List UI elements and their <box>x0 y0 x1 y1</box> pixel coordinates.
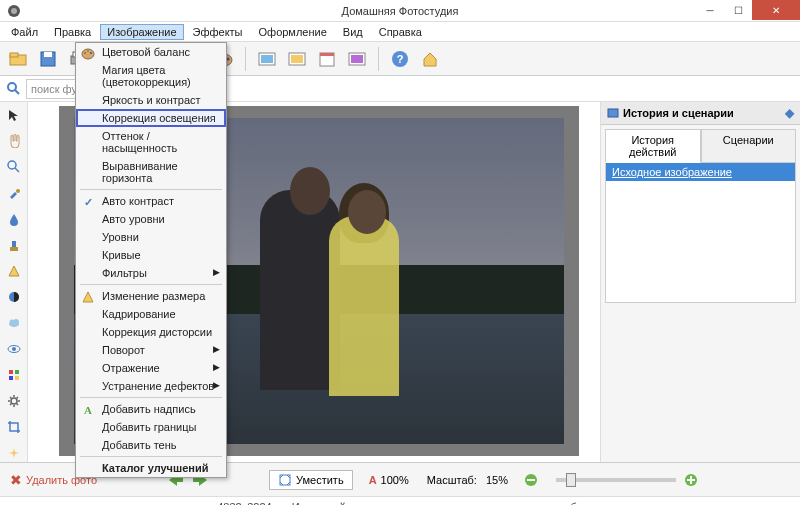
check-icon: ✓ <box>80 194 96 210</box>
zoom-icon[interactable] <box>5 158 23 176</box>
fit-button[interactable]: Уместить <box>269 470 353 490</box>
zoom-slider[interactable] <box>556 478 676 482</box>
menu-file[interactable]: Файл <box>4 24 45 40</box>
menu-help[interactable]: Справка <box>372 24 429 40</box>
svg-point-26 <box>16 189 20 193</box>
hand-icon[interactable] <box>5 132 23 150</box>
menu-item[interactable]: Уровни <box>76 228 226 246</box>
contrast-icon[interactable] <box>5 288 23 306</box>
menu-item[interactable]: Отражение▶ <box>76 359 226 377</box>
submenu-arrow-icon: ▶ <box>213 362 220 372</box>
svg-rect-13 <box>261 55 273 63</box>
side-panel-tabs: История действий Сценарии <box>605 129 796 163</box>
side-panel-title: История и сценарии <box>623 107 734 119</box>
menu-item[interactable]: Авто уровни <box>76 210 226 228</box>
history-list: Исходное изображение <box>605 163 796 303</box>
menu-item[interactable]: AДобавить надпись <box>76 400 226 418</box>
menu-item[interactable]: Каталог улучшений <box>76 459 226 477</box>
calendar-icon[interactable] <box>315 47 339 71</box>
menu-edit[interactable]: Правка <box>47 24 98 40</box>
photo2-icon[interactable] <box>285 47 309 71</box>
drop-icon[interactable] <box>5 210 23 228</box>
sparkle-icon[interactable] <box>5 444 23 462</box>
menu-item[interactable]: ✓Авто контраст <box>76 192 226 210</box>
submenu-arrow-icon: ▶ <box>213 344 220 354</box>
menubar: Файл Правка Изображение Эффекты Оформлен… <box>0 22 800 42</box>
svg-text:?: ? <box>397 53 404 65</box>
svg-rect-3 <box>10 53 18 57</box>
svg-rect-15 <box>291 55 303 63</box>
svg-point-22 <box>8 83 16 91</box>
collapse-icon[interactable]: ◆ <box>785 106 794 120</box>
maximize-button[interactable]: ☐ <box>724 0 752 20</box>
cloud-icon[interactable] <box>5 314 23 332</box>
svg-rect-27 <box>10 247 18 251</box>
menu-item[interactable]: Добавить границы <box>76 418 226 436</box>
menu-item[interactable]: Цветовой баланс <box>76 43 226 61</box>
menu-separator <box>80 284 222 285</box>
menu-design[interactable]: Оформление <box>252 24 334 40</box>
menu-item[interactable]: Поворот▶ <box>76 341 226 359</box>
menu-item[interactable]: Устранение дефектов▶ <box>76 377 226 395</box>
submenu-arrow-icon: ▶ <box>213 380 220 390</box>
photo1-icon[interactable] <box>255 47 279 71</box>
side-panel: История и сценарии ◆ История действий Сц… <box>600 102 800 462</box>
text-a-icon: A <box>80 402 96 418</box>
photo3-icon[interactable] <box>345 47 369 71</box>
svg-point-34 <box>12 347 16 351</box>
tab-scenarios[interactable]: Сценарии <box>701 129 797 163</box>
svg-rect-28 <box>12 241 16 247</box>
pointer-icon[interactable] <box>5 106 23 124</box>
menu-item[interactable]: Изменение размера <box>76 287 226 305</box>
menu-item[interactable]: Фильтры▶ <box>76 264 226 282</box>
svg-point-32 <box>13 319 19 325</box>
zoom-in-icon[interactable] <box>684 473 698 487</box>
zoom-out-icon[interactable] <box>524 473 538 487</box>
svg-rect-40 <box>608 109 618 117</box>
svg-point-42 <box>84 52 86 54</box>
svg-point-39 <box>11 398 17 404</box>
save-icon[interactable] <box>36 47 60 71</box>
palette-icon <box>80 45 96 61</box>
svg-point-43 <box>87 50 89 52</box>
menu-item[interactable]: Магия цвета (цветокоррекция) <box>76 61 226 91</box>
submenu-arrow-icon: ▶ <box>213 267 220 277</box>
tab-history[interactable]: История действий <box>605 129 701 163</box>
svg-rect-37 <box>9 376 13 380</box>
menu-item[interactable]: Коррекция дисторсии <box>76 323 226 341</box>
menu-effects[interactable]: Эффекты <box>186 24 250 40</box>
help-icon[interactable]: ? <box>388 47 412 71</box>
svg-line-23 <box>15 90 19 94</box>
zoom-100[interactable]: A 100% <box>369 474 409 486</box>
shape-icon[interactable] <box>5 262 23 280</box>
home-icon[interactable] <box>418 47 442 71</box>
crop-icon[interactable] <box>5 418 23 436</box>
svg-rect-5 <box>44 52 52 57</box>
titlebar: Домашняя Фотостудия ─ ☐ ✕ <box>0 0 800 22</box>
history-icon <box>607 107 619 119</box>
menu-item[interactable]: Кривые <box>76 246 226 264</box>
tool-rail <box>0 102 28 462</box>
open-icon[interactable] <box>6 47 30 71</box>
status-bar: 4832x3224 Используйте колесо прокрутки д… <box>0 496 800 505</box>
menu-item[interactable]: Выравнивание горизонта <box>76 157 226 187</box>
menu-item[interactable]: Добавить тень <box>76 436 226 454</box>
menu-item[interactable]: Кадрирование <box>76 305 226 323</box>
image-dimensions: 4832x3224 <box>217 501 271 506</box>
history-item[interactable]: Исходное изображение <box>606 163 795 181</box>
eye-icon[interactable] <box>5 340 23 358</box>
menu-item[interactable]: Коррекция освещения <box>76 109 226 127</box>
menu-item[interactable]: Яркость и контраст <box>76 91 226 109</box>
menu-separator <box>80 397 222 398</box>
menu-view[interactable]: Вид <box>336 24 370 40</box>
brush-icon[interactable] <box>5 184 23 202</box>
svg-rect-46 <box>193 478 201 482</box>
menu-item[interactable]: Оттенок / насыщенность <box>76 127 226 157</box>
warn-icon <box>80 289 96 305</box>
grid-icon[interactable] <box>5 366 23 384</box>
gear-icon[interactable] <box>5 392 23 410</box>
stamp-icon[interactable] <box>5 236 23 254</box>
minimize-button[interactable]: ─ <box>696 0 724 20</box>
menu-image[interactable]: Изображение <box>100 24 183 40</box>
close-button[interactable]: ✕ <box>752 0 800 20</box>
